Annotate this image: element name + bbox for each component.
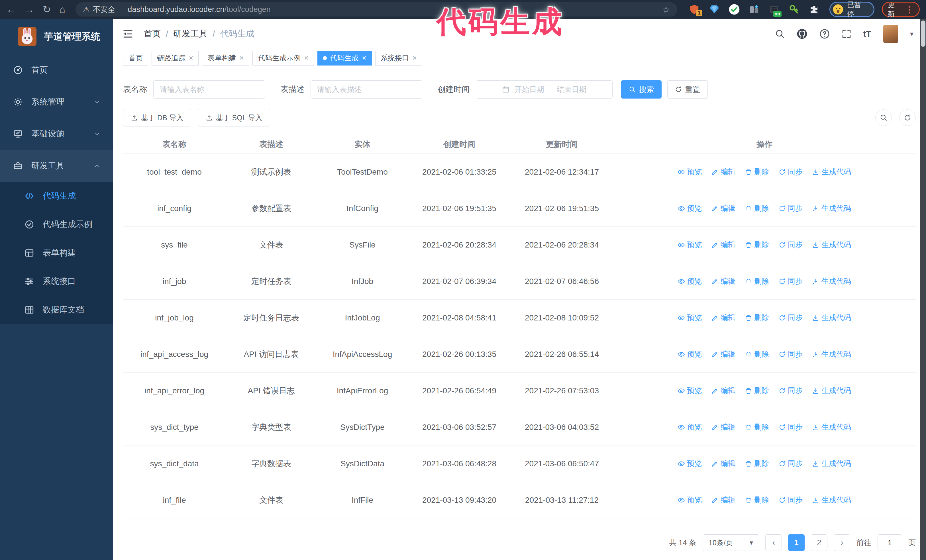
generate-code-link[interactable]: 生成代码 <box>812 386 851 395</box>
edit-link[interactable]: 编辑 <box>711 459 735 469</box>
user-avatar[interactable] <box>883 25 898 43</box>
preview-link[interactable]: 预览 <box>678 349 702 359</box>
shield-extension-icon[interactable]: 1 <box>688 4 700 15</box>
sidebar-item-codegen[interactable]: 代码生成 <box>0 182 113 210</box>
sql-import-button[interactable]: 基于 SQL 导入 <box>198 109 270 127</box>
generate-code-link[interactable]: 生成代码 <box>812 240 851 250</box>
sync-link[interactable]: 同步 <box>779 349 803 359</box>
sidebar-item-db-doc[interactable]: 数据库文档 <box>0 296 113 324</box>
edit-link[interactable]: 编辑 <box>711 276 735 286</box>
delete-link[interactable]: 删除 <box>745 167 769 177</box>
fullscreen-icon[interactable] <box>842 29 851 39</box>
page-number-button[interactable]: 1 <box>788 534 805 551</box>
tab-close-icon[interactable]: × <box>239 54 244 62</box>
search-button[interactable]: 搜索 <box>621 80 661 98</box>
db-import-button[interactable]: 基于 DB 导入 <box>123 109 191 127</box>
edit-link[interactable]: 编辑 <box>711 386 735 395</box>
url-text[interactable]: dashboard.yudao.iocoder.cn/tool/codegen <box>128 5 270 14</box>
preview-link[interactable]: 预览 <box>678 203 702 213</box>
view-tab[interactable]: 代码生成示例 × <box>253 51 314 65</box>
generate-code-link[interactable]: 生成代码 <box>812 459 851 469</box>
tab-close-icon[interactable]: × <box>189 54 193 62</box>
scrollbar-thumb[interactable] <box>921 21 925 47</box>
generate-code-link[interactable]: 生成代码 <box>812 495 851 505</box>
sidebar-item-codegen-example[interactable]: 代码生成示例 <box>0 210 113 239</box>
delete-link[interactable]: 删除 <box>745 276 769 286</box>
delete-link[interactable]: 删除 <box>745 203 769 213</box>
search-icon[interactable] <box>775 29 785 39</box>
preview-link[interactable]: 预览 <box>678 167 702 177</box>
sync-link[interactable]: 同步 <box>779 167 803 177</box>
view-tab[interactable]: 系统接口 × <box>375 51 422 65</box>
next-page-button[interactable]: › <box>834 534 850 551</box>
address-bar[interactable]: ⚠ 不安全 dashboard.yudao.iocoder.cn/tool/co… <box>76 2 677 17</box>
preview-link[interactable]: 预览 <box>678 386 702 395</box>
github-icon[interactable] <box>797 29 808 39</box>
preview-link[interactable]: 预览 <box>678 422 702 432</box>
delete-link[interactable]: 删除 <box>745 313 769 323</box>
dark-extension-icon[interactable]: on <box>769 4 780 15</box>
browser-reload-icon[interactable]: ↻ <box>43 0 51 19</box>
app-logo-row[interactable]: 芋道管理系统 <box>0 19 113 54</box>
generate-code-link[interactable]: 生成代码 <box>812 313 851 323</box>
generate-code-link[interactable]: 生成代码 <box>812 349 851 359</box>
sidebar-item-infra[interactable]: 基础设施 <box>0 118 113 150</box>
security-status[interactable]: ⚠ 不安全 <box>83 5 121 15</box>
sidebar-item-system-api[interactable]: 系统接口 <box>0 267 113 296</box>
goto-page-input[interactable] <box>878 534 902 551</box>
sync-link[interactable]: 同步 <box>779 459 803 469</box>
view-tab[interactable]: 首页 <box>123 51 148 65</box>
sync-link[interactable]: 同步 <box>779 240 803 250</box>
tab-close-icon[interactable]: × <box>362 54 366 62</box>
tab-close-icon[interactable]: × <box>304 54 308 62</box>
sync-link[interactable]: 同步 <box>779 313 803 323</box>
sidebar-item-devtools[interactable]: 研发工具 <box>0 150 113 182</box>
preview-link[interactable]: 预览 <box>678 495 702 505</box>
sidebar-collapse-icon[interactable] <box>123 29 133 39</box>
bookmark-star-icon[interactable]: ☆ <box>662 5 670 15</box>
edit-link[interactable]: 编辑 <box>711 349 735 359</box>
page-size-select[interactable]: 10条/页 ▾ <box>703 534 759 551</box>
sync-link[interactable]: 同步 <box>779 386 803 395</box>
delete-link[interactable]: 删除 <box>745 422 769 432</box>
browser-home-icon[interactable]: ⌂ <box>59 0 65 19</box>
page-scrollbar[interactable] <box>920 19 926 560</box>
sync-link[interactable]: 同步 <box>779 276 803 286</box>
caret-down-icon[interactable]: ▾ <box>910 30 914 38</box>
table-name-input[interactable] <box>153 80 265 98</box>
delete-link[interactable]: 删除 <box>745 386 769 395</box>
edit-link[interactable]: 编辑 <box>711 240 735 250</box>
date-range-picker[interactable]: 开始日期 - 结束日期 <box>476 80 613 98</box>
edit-link[interactable]: 编辑 <box>711 313 735 323</box>
browser-menu-icon[interactable]: ⋮ <box>905 5 914 15</box>
view-tab[interactable]: 代码生成 × <box>318 51 372 65</box>
view-tab[interactable]: 链路追踪 × <box>151 51 198 65</box>
browser-back-icon[interactable]: ← <box>6 0 16 19</box>
browser-update-button[interactable]: 更新 ⋮ <box>882 2 920 17</box>
browser-profile-button[interactable]: 已暂停 <box>829 2 875 17</box>
tab-close-icon[interactable]: × <box>413 54 417 62</box>
page-number-button[interactable]: 2 <box>811 534 828 551</box>
puzzle-extension-icon[interactable] <box>808 4 820 15</box>
breadcrumb-devtools[interactable]: 研发工具 <box>173 28 207 39</box>
edit-link[interactable]: 编辑 <box>711 167 735 177</box>
edit-link[interactable]: 编辑 <box>711 422 735 432</box>
font-size-icon[interactable]: tT <box>863 29 871 39</box>
preview-link[interactable]: 预览 <box>678 459 702 469</box>
check-extension-icon[interactable] <box>729 4 740 15</box>
sidebar-item-form-builder[interactable]: 表单构建 <box>0 239 113 267</box>
refresh-table-button[interactable] <box>899 109 916 126</box>
gem-extension-icon[interactable] <box>709 4 720 15</box>
view-tab[interactable]: 表单构建 × <box>202 51 249 65</box>
sidebar-item-home[interactable]: 首页 <box>0 54 113 86</box>
delete-link[interactable]: 删除 <box>745 495 769 505</box>
reset-button[interactable]: 重置 <box>667 80 708 98</box>
help-icon[interactable] <box>819 29 830 39</box>
key-extension-icon[interactable] <box>788 4 800 15</box>
columns-extension-icon[interactable] <box>749 4 760 15</box>
breadcrumb-home[interactable]: 首页 <box>144 28 161 39</box>
preview-link[interactable]: 预览 <box>678 240 702 250</box>
delete-link[interactable]: 删除 <box>745 459 769 469</box>
preview-link[interactable]: 预览 <box>678 276 702 286</box>
browser-forward-icon[interactable]: → <box>24 0 34 19</box>
